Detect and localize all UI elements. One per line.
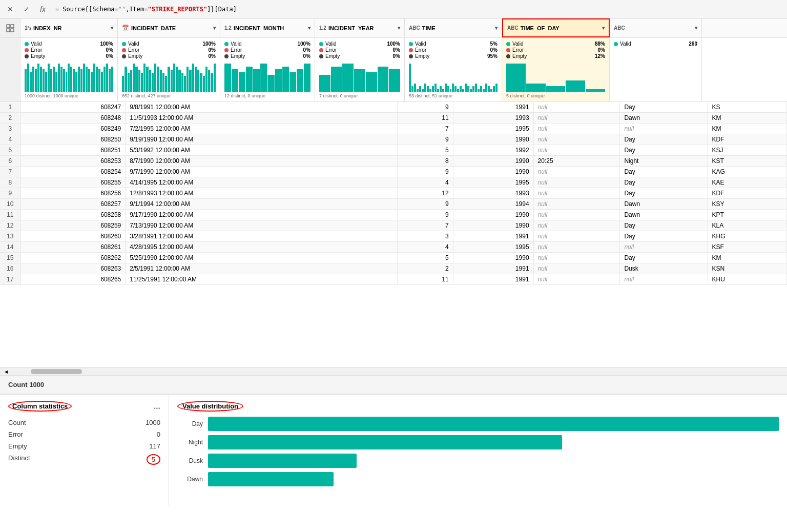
mini-bar [32, 67, 34, 92]
table-cell: 12/8/1993 12:00:00 AM [126, 188, 397, 199]
stats-list-item: Empty117 [8, 440, 160, 452]
col-dropdown-arrow-3[interactable]: ▾ [308, 25, 310, 31]
mini-bar [133, 64, 135, 92]
col-header-time[interactable]: ABC TIME ▾ [405, 18, 502, 37]
mini-bar [25, 69, 27, 92]
mini-bar [55, 72, 57, 92]
formula-input[interactable]: = Source{[Schema="",Item="STRIKE_REPORTS… [55, 6, 783, 13]
formula-text-comma: ,Item= [126, 6, 148, 13]
table-cell: 1990 [453, 220, 533, 231]
mini-bar [319, 75, 330, 92]
table-cell: null [533, 167, 620, 177]
scroll-left-button[interactable]: ◂ [2, 369, 10, 375]
col-header-incident-month[interactable]: 1.2 INCIDENT_MONTH ▾ [220, 18, 315, 37]
check-button[interactable]: ✓ [20, 3, 33, 15]
mini-hist-time-of-day [506, 61, 605, 92]
mini-bar [495, 84, 498, 92]
more-options-button[interactable]: ... [154, 402, 160, 411]
mini-bar [297, 69, 303, 92]
table-cell: null [533, 199, 620, 210]
stat-name-label: Count [8, 419, 26, 426]
mini-bar [91, 72, 93, 92]
table-cell: 5 [397, 145, 453, 156]
dist-bars: DayNightDuskDawn [177, 417, 779, 486]
table-cell: Dawn [620, 210, 708, 220]
table-cell: 1990 [453, 210, 533, 220]
horizontal-scrollbar[interactable]: ◂ [0, 367, 787, 375]
table-cell: 1995 [453, 124, 533, 134]
mini-bar [267, 75, 274, 92]
table-cell: 11 [397, 274, 453, 285]
col-dropdown-arrow-7[interactable]: ▾ [695, 25, 697, 31]
table-cell: KDF [708, 188, 786, 199]
table-cell: KSJ [708, 145, 786, 156]
table-cell: KAE [708, 177, 786, 188]
mini-bar [43, 69, 45, 92]
table-row: 106082579/1/1994 12:00:00 AM91994nullDaw… [0, 199, 787, 210]
col-type-icon-abc-time: ABC [409, 25, 420, 31]
table-cell: Night [620, 156, 708, 167]
table-cell: 608261 [20, 242, 126, 253]
col-header-incident-date[interactable]: 📅 INCIDENT_DATE ▾ [118, 18, 220, 37]
col-dropdown-arrow-4[interactable]: ▾ [398, 25, 400, 31]
dist-bar-fill [208, 417, 779, 431]
mini-bar [432, 86, 434, 92]
table-cell: null [620, 242, 708, 253]
scroll-thumb[interactable] [31, 369, 82, 374]
mini-bar [485, 84, 487, 92]
mini-bar [429, 89, 431, 92]
mini-bar [289, 72, 296, 92]
col-header-time-of-day[interactable]: ABC TIME_OF_DAY ▾ [502, 18, 610, 37]
col-dropdown-arrow-2[interactable]: ▾ [213, 25, 216, 31]
table-cell: 608248 [20, 113, 126, 124]
mini-bar [27, 64, 29, 92]
row-number: 9 [0, 188, 20, 199]
close-button[interactable]: ✕ [4, 3, 16, 15]
table-cell: 7/13/1990 12:00:00 AM [126, 220, 397, 231]
mini-bar [475, 84, 477, 92]
empty-dot [25, 54, 29, 58]
mini-bar [66, 72, 68, 92]
valid-dot [25, 42, 29, 46]
table-cell: 608262 [20, 253, 126, 263]
table-cell: 4 [397, 242, 453, 253]
mini-bar [470, 89, 472, 92]
formula-text-prefix: = Source{[Schema= [55, 6, 118, 13]
col-header-extra[interactable]: ABC ▾ [610, 18, 702, 37]
table-cell: 4 [397, 177, 453, 188]
row-num-header [0, 18, 20, 37]
table-cell: null [533, 124, 620, 134]
table-cell: null [533, 177, 620, 188]
mini-bar [109, 69, 111, 92]
valid-pct: 100% [100, 41, 113, 47]
table-cell: Day [620, 177, 708, 188]
table-cell: 9 [397, 199, 453, 210]
col-dropdown-arrow-5[interactable]: ▾ [495, 25, 498, 31]
mini-bar [478, 89, 480, 92]
col-type-icon-date: 📅 [122, 25, 129, 31]
table-cell: 9/7/1990 12:00:00 AM [126, 167, 397, 177]
table-cell: 608251 [20, 145, 126, 156]
table-cell: 7/2/1995 12:00:00 AM [126, 124, 397, 134]
row-number: 7 [0, 167, 20, 177]
col-dropdown-arrow[interactable]: ▾ [111, 25, 113, 31]
mini-bar [450, 89, 452, 92]
main-area: 1²₃ INDEX_NR ▾ 📅 INCIDENT_DATE ▾ 1.2 INC… [0, 18, 787, 532]
mini-bar [122, 76, 124, 92]
col-header-incident-year[interactable]: 1.2 INCIDENT_YEAR ▾ [315, 18, 405, 37]
dist-bar-background [208, 435, 779, 449]
table-cell: 5/25/1990 12:00:00 AM [126, 253, 397, 263]
table-cell: 9/1/1994 12:00:00 AM [126, 199, 397, 210]
dist-bar-background [208, 454, 779, 468]
table-cell: 9/8/1991 12:00:00 AM [126, 102, 397, 113]
table-cell: 1991 [453, 102, 533, 113]
table-scroll[interactable]: 16082479/8/1991 12:00:00 AM91991nullDayK… [0, 102, 787, 367]
table-cell: null [533, 145, 620, 156]
mini-bar [68, 64, 70, 92]
col-dropdown-arrow-6[interactable]: ▾ [602, 25, 605, 31]
table-row: 56082515/3/1992 12:00:00 AM51992nullDayK… [0, 145, 787, 156]
mini-bar [80, 69, 82, 92]
data-table: 16082479/8/1991 12:00:00 AM91991nullDayK… [0, 102, 787, 285]
mini-bar [586, 89, 605, 92]
col-header-index-nr[interactable]: 1²₃ INDEX_NR ▾ [20, 18, 118, 37]
